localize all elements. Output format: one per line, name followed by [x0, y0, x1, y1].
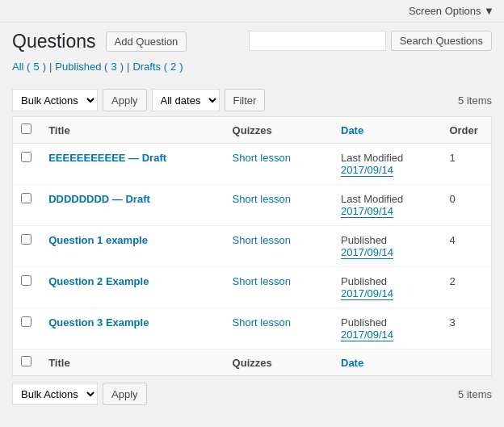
row-order-cell: 1	[441, 144, 491, 185]
row-checkbox-4[interactable]	[21, 316, 32, 327]
row-date-link[interactable]: 2017/09/14	[341, 164, 393, 177]
page-title: Questions	[12, 31, 96, 52]
row-title-link[interactable]: Question 2 Example	[48, 275, 149, 287]
row-quizzes-link[interactable]: Short lesson	[233, 193, 291, 205]
row-date-link[interactable]: 2017/09/14	[341, 287, 393, 300]
table-row: EEEEEEEEEEE — Draft Short lesson Last Mo…	[13, 144, 492, 185]
row-date-cell: Published 2017/09/14	[333, 308, 441, 350]
row-checkbox-cell	[13, 308, 41, 350]
row-checkbox-cell	[13, 267, 41, 308]
bulk-actions-select-top[interactable]: Bulk Actions	[12, 89, 98, 111]
row-quizzes-cell: Short lesson	[225, 185, 333, 226]
date-filter-select[interactable]: All dates	[152, 89, 220, 111]
apply-button-top[interactable]: Apply	[103, 89, 147, 111]
items-count-top: 5 items	[458, 94, 492, 107]
row-quizzes-cell: Short lesson	[225, 226, 333, 267]
add-question-button[interactable]: Add Question	[106, 31, 187, 52]
row-checkbox-cell	[13, 144, 41, 185]
select-all-checkbox-top[interactable]	[21, 123, 32, 134]
top-tablenav: Bulk Actions Apply All dates Filter 5 it…	[12, 84, 492, 116]
row-date-cell: Published 2017/09/14	[333, 267, 441, 308]
row-date-status: Published	[341, 275, 433, 287]
filter-button[interactable]: Filter	[225, 89, 266, 111]
header-date: Date	[333, 117, 441, 144]
row-date-cell: Published 2017/09/14	[333, 226, 441, 267]
table-footer-row: Title Quizzes Date	[13, 350, 492, 376]
row-date-status: Published	[341, 316, 433, 329]
search-input[interactable]	[249, 31, 386, 51]
page-header: Questions Add Question	[12, 31, 249, 52]
filter-drafts-link[interactable]: Drafts (2)	[132, 61, 183, 73]
main-wrap: Search Questions Questions Add Question …	[0, 23, 504, 417]
row-quizzes-cell: Short lesson	[225, 267, 333, 308]
footer-checkbox-cell	[13, 350, 41, 376]
filter-all-link[interactable]: All (5)	[12, 61, 46, 73]
items-count-bottom: 5 items	[458, 388, 492, 400]
row-title-link[interactable]: EEEEEEEEEEE — Draft	[48, 152, 166, 164]
table-row: DDDDDDDD — Draft Short lesson Last Modif…	[13, 185, 492, 226]
apply-button-bottom[interactable]: Apply	[103, 383, 147, 405]
row-date-status: Last Modified	[341, 193, 433, 205]
row-title-cell: EEEEEEEEEEE — Draft	[40, 144, 224, 185]
questions-table: Title Quizzes Date Order EEEEEEEEEEE — D…	[12, 116, 492, 376]
row-quizzes-link[interactable]: Short lesson	[233, 275, 291, 287]
footer-date: Date	[333, 350, 441, 376]
row-date-link[interactable]: 2017/09/14	[341, 246, 393, 259]
row-date-link[interactable]: 2017/09/14	[341, 329, 393, 341]
row-date-status: Published	[341, 234, 433, 246]
screen-options-bar: Screen Options ▼	[0, 0, 504, 23]
header-title: Title	[40, 117, 224, 144]
row-quizzes-link[interactable]: Short lesson	[233, 152, 291, 164]
row-date-cell: Last Modified 2017/09/14	[333, 144, 441, 185]
row-title-cell: Question 2 Example	[40, 267, 224, 308]
footer-quizzes: Quizzes	[225, 350, 333, 376]
row-checkbox-2[interactable]	[21, 234, 32, 245]
screen-options-button[interactable]: Screen Options ▼	[409, 5, 494, 17]
header-order: Order	[441, 117, 491, 144]
search-questions-button[interactable]: Search Questions	[391, 31, 492, 51]
row-checkbox-3[interactable]	[21, 275, 32, 286]
row-order-cell: 4	[441, 226, 491, 267]
footer-title: Title	[40, 350, 224, 376]
row-quizzes-link[interactable]: Short lesson	[233, 234, 291, 246]
header-area: Search Questions Questions Add Question …	[12, 31, 492, 81]
row-checkbox-cell	[13, 185, 41, 226]
filter-published-link[interactable]: Published (3)	[55, 61, 124, 73]
table-row: Question 3 Example Short lesson Publishe…	[13, 308, 492, 350]
row-date-cell: Last Modified 2017/09/14	[333, 185, 441, 226]
row-date-link[interactable]: 2017/09/14	[341, 205, 393, 218]
header-quizzes: Quizzes	[225, 117, 333, 144]
bulk-actions-select-bottom[interactable]: Bulk Actions	[12, 383, 98, 405]
table-row: Question 1 example Short lesson Publishe…	[13, 226, 492, 267]
row-quizzes-link[interactable]: Short lesson	[233, 316, 291, 329]
select-all-checkbox-bottom[interactable]	[21, 356, 32, 366]
row-title-link[interactable]: DDDDDDDD — Draft	[48, 193, 150, 205]
table-row: Question 2 Example Short lesson Publishe…	[13, 267, 492, 308]
sub-navigation: All (5) | Published (3) | Drafts (2)	[12, 61, 492, 73]
row-title-cell: DDDDDDDD — Draft	[40, 185, 224, 226]
bottom-tablenav: Bulk Actions Apply 5 items	[12, 376, 492, 408]
row-checkbox-0[interactable]	[21, 152, 32, 162]
row-order-cell: 0	[441, 185, 491, 226]
row-order-cell: 3	[441, 308, 491, 350]
row-title-link[interactable]: Question 1 example	[48, 234, 148, 246]
row-date-status: Last Modified	[341, 152, 433, 164]
row-checkbox-1[interactable]	[21, 193, 32, 203]
footer-order	[441, 350, 491, 376]
header-checkbox-cell	[13, 117, 41, 144]
row-quizzes-cell: Short lesson	[225, 308, 333, 350]
row-order-cell: 2	[441, 267, 491, 308]
row-quizzes-cell: Short lesson	[225, 144, 333, 185]
table-header-row: Title Quizzes Date Order	[13, 117, 492, 144]
row-title-cell: Question 1 example	[40, 226, 224, 267]
table-body: EEEEEEEEEEE — Draft Short lesson Last Mo…	[13, 144, 492, 350]
row-title-cell: Question 3 Example	[40, 308, 224, 350]
row-title-link[interactable]: Question 3 Example	[48, 316, 149, 329]
row-checkbox-cell	[13, 226, 41, 267]
